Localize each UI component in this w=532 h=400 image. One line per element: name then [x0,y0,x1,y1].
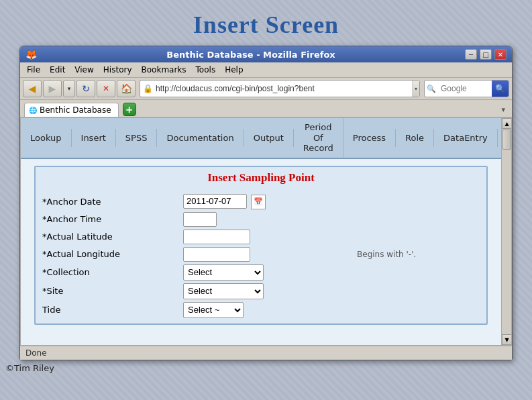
actual-longitude-input[interactable] [183,247,250,262]
tide-row: Tide Select ~ [40,301,482,319]
add-tab-button[interactable]: + [123,103,136,116]
actual-latitude-label: *Actual Latitude [40,228,180,246]
nav-lookup[interactable]: Lookup [21,129,72,147]
menu-edit[interactable]: Edit [46,64,69,76]
tab-benthic-database[interactable]: 🌐 Benthic Database [24,103,119,117]
collection-select[interactable]: Select [183,264,264,281]
home-button[interactable]: 🏠 [117,80,136,97]
collection-hint [352,263,482,282]
title-bar: 🦊 Benthic Database - Mozilla Firefox ─ □… [20,46,512,62]
anchor-date-input-cell: 📅 [180,193,352,211]
anchor-time-input-cell [180,211,352,228]
form-table: *Anchor Date 📅 *Anchor Time [40,193,482,319]
nav-dropdown-button[interactable]: ▾ [63,80,75,97]
page-title: Insert Screen [0,0,532,46]
menu-view[interactable]: View [70,64,97,76]
nav-dataentry[interactable]: DataEntry [434,129,498,147]
scrollbar-track: ▲ ▼ [501,118,511,345]
nav-documentation[interactable]: Documentation [157,129,244,147]
tide-label: Tide [40,301,180,319]
copyright: ©Tim Riley [0,360,532,373]
actual-latitude-hint [352,228,482,246]
back-button[interactable]: ◀ [23,80,42,97]
site-select[interactable]: Select [183,283,264,299]
scrollbar-thumb[interactable] [502,130,511,150]
actual-longitude-row: *Actual Longitude Begins with '-'. [40,246,482,263]
anchor-date-row: *Anchor Date 📅 [40,193,482,211]
actual-longitude-hint: Begins with '-'. [352,246,482,263]
nav-role[interactable]: Role [396,129,434,147]
site-row: *Site Select [40,282,482,301]
anchor-time-row: *Anchor Time [40,211,482,228]
url-input[interactable] [156,84,412,93]
menu-history[interactable]: History [99,64,136,76]
site-hint [352,282,482,301]
tab-bar: 🌐 Benthic Database + ▾ [20,100,512,117]
site-label: *Site [40,282,180,301]
close-button[interactable]: ✕ [494,49,507,60]
anchor-date-label: *Anchor Date [40,193,180,211]
anchor-time-hint [352,211,482,228]
actual-latitude-row: *Actual Latitude [40,228,482,246]
search-favicon: 🔍 [425,85,438,93]
site-input-cell: Select [180,282,352,301]
anchor-date-hint [352,193,482,211]
search-bar: 🔍 🔍 [424,80,509,97]
tide-input-cell: Select ~ [180,301,352,319]
anchor-time-input[interactable] [183,212,217,227]
menu-file[interactable]: File [23,64,44,76]
anchor-time-label: *Anchor Time [40,211,180,228]
title-bar-controls: ─ □ ✕ [465,49,507,60]
scrollbar-up-button[interactable]: ▲ [502,118,512,129]
tide-hint [352,301,482,319]
calendar-button[interactable]: 📅 [251,195,266,209]
nav-insert[interactable]: Insert [72,129,116,147]
nav-output[interactable]: Output [244,129,294,147]
search-submit-button[interactable]: 🔍 [492,81,509,97]
content-area: ▲ ▼ Lookup Insert SPSS Documentation Out… [20,117,512,346]
status-text: Done [25,348,47,358]
stop-button[interactable]: ✕ [97,80,115,97]
collection-label: *Collection [40,263,180,282]
tab-favicon: 🌐 [29,107,37,114]
maximize-button[interactable]: □ [480,49,492,60]
nav-period-of-record[interactable]: Period OfRecord [294,118,343,158]
app-nav: Lookup Insert SPSS Documentation Output … [21,118,501,159]
scrollbar-down-button[interactable]: ▼ [502,334,512,345]
menu-bookmarks[interactable]: Bookmarks [138,64,191,76]
actual-latitude-input[interactable] [183,230,250,244]
tab-bar-arrow[interactable]: ▾ [498,104,508,115]
search-input[interactable] [438,84,492,93]
minimize-button[interactable]: ─ [465,49,477,60]
url-dropdown-arrow[interactable]: ▾ [412,81,419,97]
forward-button[interactable]: ▶ [43,80,62,97]
actual-longitude-label: *Actual Longitude [40,246,180,263]
actual-longitude-input-cell [180,246,352,263]
menu-help[interactable]: Help [221,64,247,76]
tab-label: Benthic Database [40,105,111,115]
toolbar: ◀ ▶ ▾ ↻ ✕ 🏠 🔒 ▾ 🔍 🔍 [20,78,512,100]
nav-spss[interactable]: SPSS [116,129,158,147]
url-bar[interactable]: 🔒 ▾ [140,80,420,97]
status-bar: Done [20,346,512,360]
reload-button[interactable]: ↻ [76,80,95,97]
form-container: Insert Sampling Point *Anchor Date 📅 [21,159,501,332]
browser-favicon: 🦊 [25,49,37,60]
form-title: Insert Sampling Point [40,171,482,185]
form-outer: Insert Sampling Point *Anchor Date 📅 [34,166,488,325]
actual-latitude-input-cell [180,228,352,246]
browser-window: 🦊 Benthic Database - Mozilla Firefox ─ □… [19,46,513,360]
collection-input-cell: Select [180,263,352,282]
browser-title: Benthic Database - Mozilla Firefox [37,50,465,60]
tide-select[interactable]: Select ~ [183,302,244,318]
nav-process[interactable]: Process [343,129,396,147]
menu-bar: File Edit View History Bookmarks Tools H… [20,62,512,78]
url-lock-icon: 🔒 [140,84,156,93]
collection-row: *Collection Select [40,263,482,282]
anchor-date-input[interactable] [183,194,247,209]
menu-tools[interactable]: Tools [192,64,220,76]
